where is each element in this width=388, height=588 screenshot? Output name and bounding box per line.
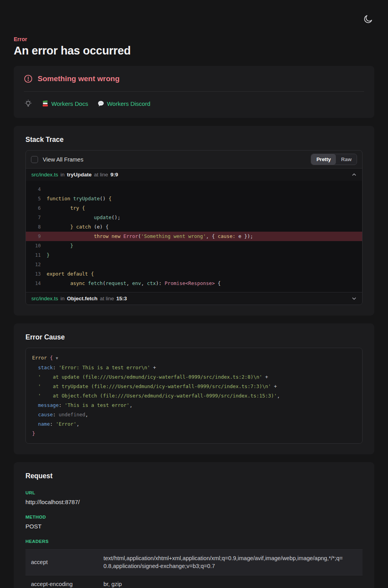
workers-docs-link[interactable]: Workers Docs <box>42 100 88 107</box>
collapse-triangle-icon[interactable]: ▼ <box>56 356 58 360</box>
frame-function: tryUpdate <box>67 172 92 178</box>
line-number: 12 <box>31 260 41 269</box>
alert-head: Something went wrong <box>24 74 364 83</box>
raw-button[interactable]: Raw <box>336 154 357 165</box>
error-cause-panel: Error Cause Error { ▼ stack: 'Error: Thi… <box>14 323 374 454</box>
code-token: catch <box>76 224 94 230</box>
chevron-up-icon <box>352 172 357 177</box>
code-text: } <box>47 250 50 260</box>
code-token: Promise<Response> <box>165 280 215 286</box>
code-token <box>47 243 70 249</box>
code-token: undefined <box>59 412 85 417</box>
code-line: 4 <box>26 185 362 194</box>
code-token: { <box>215 280 221 286</box>
line-number: 7 <box>31 213 41 222</box>
code-token: { <box>82 205 85 211</box>
code-token <box>32 412 38 417</box>
code-token: ' at Object.fetch (file:///Users/edmund/… <box>38 393 277 399</box>
page-title: An error has occurred <box>14 44 374 57</box>
code-token: , <box>277 393 280 399</box>
frame-file: src/index.ts <box>31 296 58 301</box>
speech-balloon-icon <box>98 100 104 107</box>
code-token: request <box>106 280 127 286</box>
books-icon <box>42 100 49 107</box>
chevron-down-icon <box>352 296 357 301</box>
code-token: { <box>109 196 112 201</box>
error-cause-line: message: 'This is a test error', <box>32 401 356 410</box>
workers-discord-label: Workers Discord <box>107 100 150 107</box>
code-token: , <box>85 412 89 417</box>
stack-frame-header-2[interactable]: src/index.ts in Object.fetch at line 15:… <box>26 292 362 305</box>
frame-at-label: at line <box>100 296 114 301</box>
code-token: e <box>238 233 244 239</box>
code-token: , <box>76 421 80 427</box>
view-all-frames-checkbox[interactable] <box>31 156 38 163</box>
request-title: Request <box>25 472 363 480</box>
frame-line: 15:3 <box>116 296 127 301</box>
pretty-button[interactable]: Pretty <box>311 154 336 165</box>
code-token: ): <box>156 280 165 286</box>
code-text: function tryUpdate() { <box>47 194 112 203</box>
code-token: export default <box>47 271 91 277</box>
code-token: : <box>59 402 65 408</box>
code-token: } <box>70 243 73 249</box>
code-token: : <box>53 412 59 417</box>
frame-in-label: in <box>60 296 65 301</box>
code-line: 12 <box>26 260 362 269</box>
code-token: { <box>91 271 94 277</box>
code-token <box>47 224 70 230</box>
view-mode-toggle: Pretty Raw <box>311 154 357 165</box>
code-token <box>47 233 94 239</box>
code-token: { <box>50 355 56 361</box>
code-text: export default { <box>47 269 94 279</box>
header-value: br, gzip <box>98 575 363 588</box>
stack-trace-title: Stack Trace <box>25 136 363 144</box>
error-cause-line: Error { ▼ <box>32 353 356 363</box>
workers-discord-link[interactable]: Workers Discord <box>98 100 150 107</box>
code-text: } <box>47 241 73 250</box>
frame-at-label: at line <box>94 172 108 178</box>
code-token: 'Error: This is a test error\n' <box>59 365 150 370</box>
error-eyebrow: Error <box>14 0 374 42</box>
code-token <box>32 365 38 370</box>
code-token: Error <box>123 233 138 239</box>
headers-table-body: accepttext/html,application/xhtml+xml,ap… <box>25 550 363 588</box>
method-value: POST <box>25 523 363 530</box>
code-token: async <box>70 280 88 286</box>
stack-trace-panel: Stack Trace View All Frames Pretty Raw s… <box>14 126 374 316</box>
view-all-frames-control[interactable]: View All Frames <box>31 156 83 163</box>
code-token: , { <box>206 233 218 239</box>
code-text: try { <box>47 203 85 213</box>
code-token: , <box>129 402 132 408</box>
code-token: function <box>47 196 73 201</box>
code-token: name <box>38 421 50 427</box>
moon-icon <box>363 20 373 25</box>
line-number: 11 <box>31 250 41 260</box>
code-token: , <box>141 280 147 286</box>
code-token: } <box>47 252 50 258</box>
error-cause-line: ' at Object.fetch (file:///Users/edmund/… <box>32 391 356 401</box>
code-token: stack <box>38 365 53 370</box>
code-line: 10 } <box>26 241 362 250</box>
headers-label: HEADERS <box>25 539 363 544</box>
line-number: 10 <box>31 241 41 250</box>
code-text: throw new Error('Something went wrong', … <box>47 232 253 241</box>
code-token: try <box>70 205 82 211</box>
code-text: update(); <box>47 213 120 222</box>
code-token: 'Error' <box>56 421 76 427</box>
code-token <box>32 402 38 408</box>
stack-trace-box: View All Frames Pretty Raw src/index.ts … <box>25 150 363 305</box>
code-token: ' at update (file:///Users/edmund/icy-wa… <box>38 374 262 380</box>
theme-toggle-button[interactable] <box>362 13 374 26</box>
code-block: 45function tryUpdate() {6 try {7 update(… <box>26 181 362 292</box>
lightbulb-icon <box>24 99 33 108</box>
line-number: 8 <box>31 222 41 232</box>
code-token: } <box>32 430 35 436</box>
code-line: 13export default { <box>26 269 362 279</box>
error-cause-line: } <box>32 429 356 438</box>
request-panel: Request URL http://localhost:8787/ METHO… <box>14 462 374 588</box>
code-line: 5function tryUpdate() { <box>26 194 362 203</box>
line-number: 4 <box>31 185 41 194</box>
workers-docs-label: Workers Docs <box>51 100 88 107</box>
stack-frame-header-1[interactable]: src/index.ts in tryUpdate at line 9:9 <box>26 168 362 181</box>
